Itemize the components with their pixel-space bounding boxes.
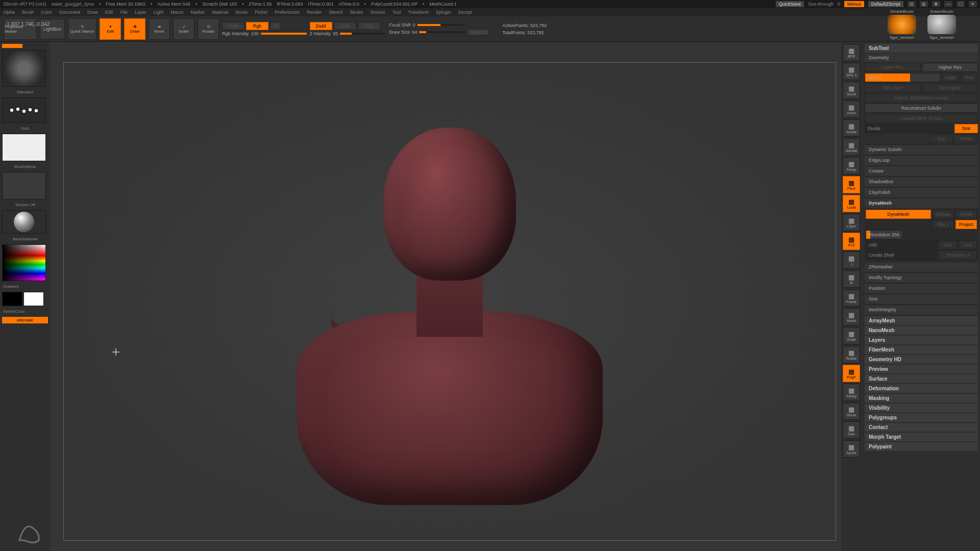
nav-aahalf[interactable]: ▦AAHalf <box>843 138 860 156</box>
nav-solo[interactable]: ▦Solo <box>843 421 860 439</box>
zoom-in-icon[interactable]: ⊞ <box>920 1 928 7</box>
section-polypaint[interactable]: Polypaint <box>865 442 978 451</box>
dynamic-subdiv-section[interactable]: Dynamic Subdiv <box>865 144 978 154</box>
gradient-label[interactable]: Gradient <box>2 283 48 290</box>
rgb-intensity-slider[interactable] <box>261 33 307 35</box>
brush-slot[interactable]: SimpleBrushfigur_remesh <box>884 9 920 40</box>
section-visibility[interactable]: Visibility <box>865 404 978 412</box>
menu-layer[interactable]: Layer <box>135 10 146 15</box>
project-button[interactable]: Project <box>955 220 977 229</box>
groups-button[interactable]: Groups <box>933 210 954 219</box>
section-arraymesh[interactable]: ArrayMesh <box>865 316 978 325</box>
brush-slot[interactable]: EraserBrushfigur_remesh <box>923 9 960 40</box>
zoom-out-icon[interactable]: ⊟ <box>908 1 916 7</box>
blur-slider[interactable]: Blur 2 <box>933 220 954 229</box>
nav-move[interactable]: ▦Move <box>843 308 860 325</box>
nav-rotate[interactable]: ▦Rotate <box>843 346 860 363</box>
nav-ghost[interactable]: ▦Ghost <box>843 403 860 420</box>
menu-marker[interactable]: Marker <box>190 10 205 15</box>
section-polygroups[interactable]: Polygroups <box>865 413 978 422</box>
close-icon[interactable]: ✕ <box>969 1 977 7</box>
switch-color-button[interactable]: SwitchColor <box>2 308 48 315</box>
alpha-preview[interactable] <box>2 134 46 161</box>
dynamic-button[interactable]: Dynamic <box>467 29 489 36</box>
nav-scale[interactable]: ▦Scale <box>843 327 860 344</box>
menu-texture[interactable]: Texture <box>370 10 385 15</box>
sub-button[interactable]: Sub <box>939 240 957 249</box>
quicksave-button[interactable]: QuickSave <box>776 1 804 7</box>
polish-button[interactable]: Polish <box>955 210 977 219</box>
draw-size-slider[interactable] <box>419 31 465 33</box>
reconstruct-subdiv-button[interactable]: Reconstruct Subdiv <box>865 104 978 113</box>
menu-material[interactable]: Material <box>212 10 228 15</box>
menu-render[interactable]: Render <box>307 10 322 15</box>
menu-light[interactable]: Light <box>154 10 164 15</box>
edgeloop-section[interactable]: EdgeLoop <box>865 155 978 165</box>
material-preview[interactable] <box>2 210 46 234</box>
dynamesh-header[interactable]: DynaMesh <box>865 198 978 208</box>
nav-xpose[interactable]: ▦Xpose <box>843 440 860 458</box>
nav-xyz[interactable]: ▦XYZ <box>843 233 860 250</box>
zsub-button[interactable]: Zsub <box>334 22 356 30</box>
drag-icon[interactable]: ✥ <box>932 1 940 7</box>
section-masking[interactable]: Masking <box>865 394 978 403</box>
position-section[interactable]: Position <box>865 283 978 293</box>
zremesher-section[interactable]: ZRemesher <box>865 262 978 271</box>
sdiv-slider[interactable]: SDiv 3 <box>865 73 940 82</box>
subtool-header[interactable]: SubTool <box>865 44 978 53</box>
freeze-subdiv-button[interactable]: Freeze SubDivision Levels <box>865 93 978 103</box>
m-button[interactable]: M <box>270 22 281 30</box>
menu-stroke[interactable]: Stroke <box>350 10 363 15</box>
section-geometry-hd[interactable]: Geometry HD <box>865 355 978 364</box>
viewport[interactable] <box>63 62 836 541</box>
crease-section[interactable]: Crease <box>865 166 978 176</box>
nav-frame[interactable]: ▦Frame <box>843 289 860 307</box>
resolution-slider[interactable]: Resolution 256 <box>866 230 902 239</box>
texture-preview[interactable] <box>2 172 46 199</box>
section-fibermesh[interactable]: FiberMesh <box>865 345 978 354</box>
zadd-button[interactable]: Zadd <box>310 22 332 30</box>
and-button[interactable]: And <box>959 240 977 249</box>
menu-brush[interactable]: Brush <box>22 10 34 15</box>
nav-spix-3[interactable]: ▦SPix 3 <box>843 63 860 80</box>
canvas-area[interactable] <box>50 42 841 551</box>
menu-file[interactable]: File <box>120 10 128 15</box>
menu-preferences[interactable]: Preferences <box>275 10 300 15</box>
menu-movie[interactable]: Movie <box>235 10 248 15</box>
rgb-button[interactable]: Rgb <box>246 22 268 30</box>
menu-picker[interactable]: Picker <box>255 10 267 15</box>
shadowbox-section[interactable]: ShadowBox <box>865 177 978 186</box>
del-lower-button[interactable]: Del Lower <box>865 83 921 92</box>
secondary-color[interactable] <box>2 292 22 306</box>
nav-scroll[interactable]: ▦Scroll <box>843 82 860 99</box>
section-layers[interactable]: Layers <box>865 336 978 344</box>
rstr-button[interactable]: Rstr <box>961 73 978 82</box>
nav-bpr[interactable]: ▦BPR <box>843 44 860 61</box>
rediv-button[interactable]: ReDiv <box>954 134 978 143</box>
brush-preview[interactable] <box>2 50 46 87</box>
modify-topology-section[interactable]: Modify Topology <box>865 272 978 282</box>
smt-button[interactable]: Smt <box>954 124 978 133</box>
menu-color[interactable]: Color <box>41 10 53 15</box>
primary-color[interactable] <box>23 292 44 306</box>
suv-button[interactable]: Suv <box>929 134 953 143</box>
nav-lsym[interactable]: ▦LSym <box>843 214 860 231</box>
nav-persp[interactable]: ▦Persp <box>843 157 860 174</box>
create-shell-button[interactable]: Create Shell <box>866 251 937 260</box>
divide-button[interactable]: Divide <box>865 124 953 133</box>
menu-stencil[interactable]: Stencil <box>329 10 342 15</box>
default-zscript[interactable]: DefaultZScript <box>868 1 903 7</box>
nav-△[interactable]: ▦△ <box>843 252 860 269</box>
see-through-value[interactable]: 0 <box>838 2 840 7</box>
meshintegrity-section[interactable]: MeshIntegrity <box>865 305 978 314</box>
nav-zoom[interactable]: ▦Zoom <box>843 101 860 118</box>
menu-edit[interactable]: Edit <box>105 10 113 15</box>
draw-button[interactable]: ✥Draw <box>124 18 145 40</box>
menu-macro[interactable]: Macro <box>170 10 183 15</box>
nav-⊕[interactable]: ▦⊕ <box>843 270 860 288</box>
maximize-icon[interactable]: ☐ <box>957 1 965 7</box>
section-deformation[interactable]: Deformation <box>865 384 978 393</box>
nav-polyf[interactable]: ▦PolyF <box>843 365 860 382</box>
geometry-header[interactable]: Geometry <box>865 54 978 62</box>
nav-transp[interactable]: ▦Transp <box>843 384 860 401</box>
